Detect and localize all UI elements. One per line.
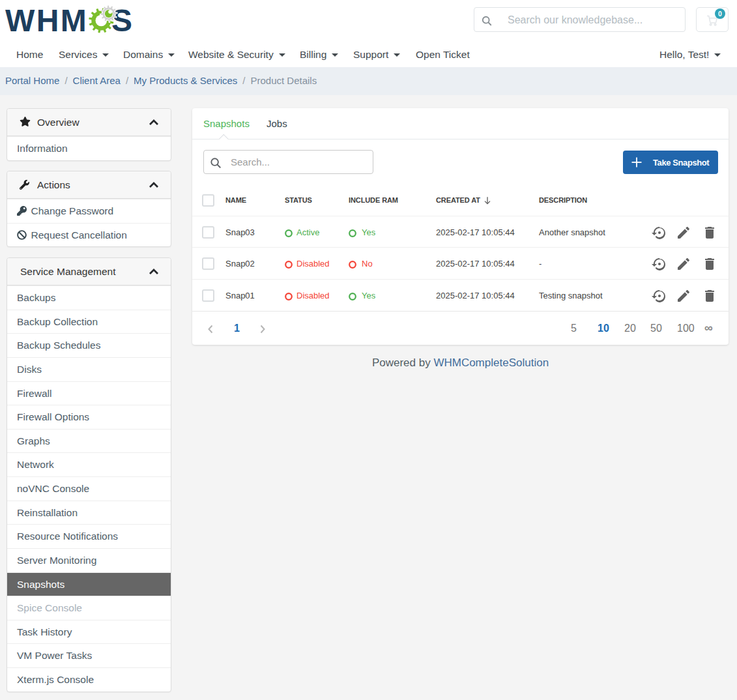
svg-text:WHM: WHM: [5, 3, 88, 38]
svg-text:S: S: [111, 3, 132, 38]
